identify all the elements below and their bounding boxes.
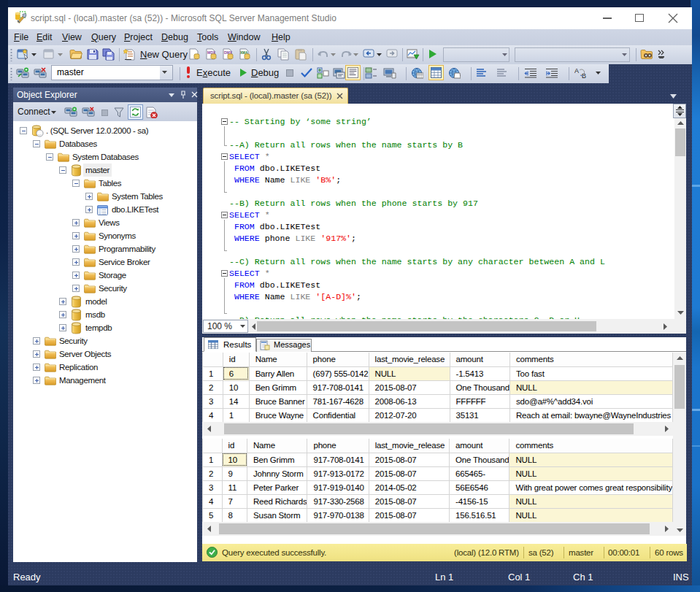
svg-text:A: A: [574, 67, 579, 74]
